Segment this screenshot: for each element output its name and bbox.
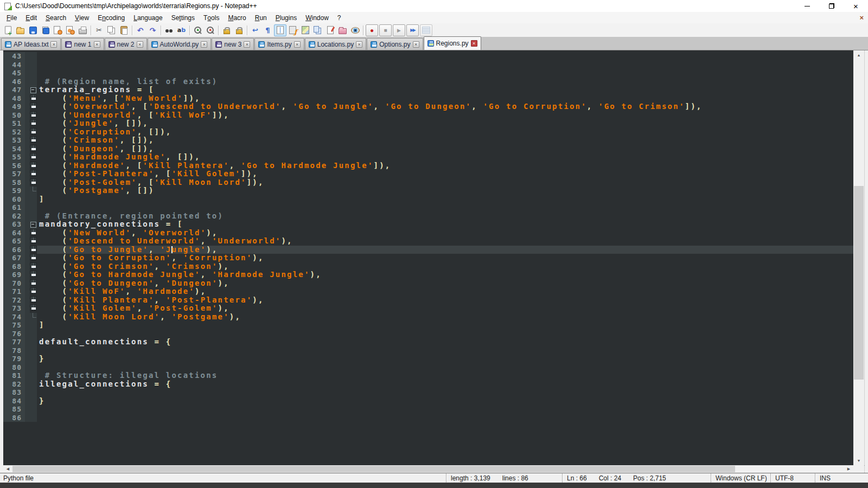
save-all-button[interactable]	[39, 24, 52, 36]
indent-guide-button[interactable]	[274, 24, 286, 36]
code-text[interactable]	[37, 363, 853, 372]
code-text[interactable]: ('Dungeon', []),	[37, 145, 853, 153]
code-text[interactable]	[37, 414, 853, 422]
tab-close-icon[interactable]: ×	[356, 41, 362, 48]
code-text[interactable]	[37, 405, 853, 414]
monitoring-button[interactable]	[349, 24, 361, 36]
close-all-button[interactable]	[64, 24, 76, 36]
fold-collapse-icon[interactable]	[30, 86, 37, 94]
tab-locations-py[interactable]: Locations.py×	[305, 38, 366, 50]
code-text[interactable]	[37, 69, 853, 78]
cut-button[interactable]	[93, 24, 105, 36]
macro-run-multiple-button[interactable]	[406, 24, 419, 36]
menu-language[interactable]: Language	[129, 12, 167, 23]
code-text[interactable]: # Structure: illegal locations	[37, 371, 853, 380]
zoom-out-button[interactable]	[204, 24, 216, 36]
tab-close-icon[interactable]: ×	[244, 41, 250, 48]
restore-button[interactable]	[819, 0, 844, 12]
document-switcher-button[interactable]	[324, 24, 336, 36]
function-list-button[interactable]	[286, 24, 299, 36]
code-text[interactable]: ]	[37, 195, 853, 204]
code-editor[interactable]: 43444546 # (Region name, list of exits)4…	[3, 50, 853, 465]
paste-button[interactable]	[118, 24, 130, 36]
find-button[interactable]	[163, 24, 175, 36]
code-text[interactable]: ('Go to Hardmode Jungle', 'Hardmode Jung…	[37, 271, 853, 279]
code-text[interactable]: ('Go to Jungle', 'Jungle'),	[37, 246, 853, 254]
menu-window[interactable]: Window	[301, 12, 333, 23]
code-text[interactable]	[37, 61, 853, 69]
print-button[interactable]	[76, 24, 89, 36]
code-text[interactable]: ('Kill WoF', 'Hardmode'),	[37, 287, 853, 296]
code-text[interactable]: ('Overworld', ['Descend to Underworld', …	[37, 102, 853, 111]
tab-close-icon[interactable]: ×	[294, 41, 301, 48]
code-text[interactable]: ('Corruption', []),	[37, 128, 853, 137]
redo-button[interactable]	[146, 24, 159, 36]
code-text[interactable]: ('Kill Moon Lord', 'Postgame'),	[37, 313, 853, 322]
code-text[interactable]: ('Go to Dungeon', 'Dungeon'),	[37, 279, 853, 288]
vertical-scrollbar[interactable]: ▲ ▼	[853, 50, 864, 465]
menu-edit[interactable]: Edit	[21, 12, 41, 23]
fold-collapse-icon[interactable]	[30, 220, 37, 229]
scroll-right-icon[interactable]: ▶	[844, 465, 853, 473]
open-button[interactable]	[14, 24, 27, 36]
code-text[interactable]: ('Crimson', []),	[37, 136, 853, 145]
code-text[interactable]	[37, 52, 853, 61]
tab-new-1[interactable]: new 1×	[61, 38, 104, 50]
tab-close-icon[interactable]: ×	[471, 40, 477, 47]
copy-button[interactable]	[105, 24, 118, 36]
code-text[interactable]: default_connections = {	[37, 338, 853, 346]
code-text[interactable]: ('Descend to Underworld', 'Underworld'),	[37, 237, 853, 246]
code-text[interactable]: ('Kill Golem', 'Post-Golem'),	[37, 304, 853, 313]
code-text[interactable]: # (Entrance, region pointed to)	[37, 212, 853, 221]
word-wrap-button[interactable]	[249, 24, 261, 36]
replace-button[interactable]	[175, 24, 188, 36]
code-text[interactable]: ('Go to Corruption', 'Corruption'),	[37, 254, 853, 262]
code-text[interactable]	[37, 388, 853, 397]
code-text[interactable]: ('Post-Golem', ['Kill Moon Lord']),	[37, 178, 853, 187]
code-text[interactable]: ('Go to Crimson', 'Crimson'),	[37, 262, 853, 271]
close-document-icon[interactable]: ×	[859, 14, 864, 21]
macro-stop-button[interactable]	[379, 24, 392, 36]
macro-play-button[interactable]	[393, 24, 405, 36]
macro-save-button[interactable]	[420, 24, 432, 36]
menu-run[interactable]: Run	[251, 12, 271, 23]
minimize-button[interactable]	[795, 0, 819, 12]
tab-close-icon[interactable]: ×	[50, 41, 57, 48]
code-text[interactable]: ('Postgame', [])	[37, 187, 853, 195]
menu-tools[interactable]: Tools	[199, 12, 224, 23]
code-text[interactable]	[37, 330, 853, 338]
tab-new-3[interactable]: new 3×	[212, 38, 254, 50]
tab-regions-py[interactable]: Regions.py×	[424, 36, 481, 50]
menu-view[interactable]: View	[71, 12, 93, 23]
zoom-in-button[interactable]	[192, 24, 204, 36]
tab-options-py[interactable]: Options.py×	[367, 38, 423, 50]
tab-close-icon[interactable]: ×	[137, 41, 143, 48]
code-text[interactable]: ]	[37, 321, 853, 330]
undo-button[interactable]	[134, 24, 146, 36]
code-text[interactable]: ('Jungle', []),	[37, 119, 853, 128]
document-list-button[interactable]	[311, 24, 324, 36]
code-text[interactable]: ('Hardmode Jungle', []),	[37, 153, 853, 162]
code-text[interactable]: }	[37, 397, 853, 406]
code-text[interactable]: # (Region name, list of exits)	[37, 78, 853, 86]
code-text[interactable]: ('Post-Plantera', ['Kill Golem']),	[37, 170, 853, 178]
save-button[interactable]	[27, 24, 39, 36]
close-button[interactable]: ×	[844, 0, 868, 12]
menu-file[interactable]: File	[2, 12, 21, 23]
code-text[interactable]: ('Hardmode', ['Kill Plantera', 'Go to Ha…	[37, 162, 853, 170]
menu-search[interactable]: Search	[41, 12, 71, 23]
code-text[interactable]: ('Kill Plantera', 'Post-Plantera'),	[37, 296, 853, 305]
scroll-up-icon[interactable]: ▲	[853, 50, 864, 60]
code-text[interactable]: ('Menu', ['New World']),	[37, 94, 853, 103]
macro-record-button[interactable]	[366, 24, 378, 36]
scroll-left-icon[interactable]: ◀	[3, 465, 12, 473]
sync-horizontal-button[interactable]	[233, 24, 245, 36]
menu-plugins[interactable]: Plugins	[271, 12, 301, 23]
tab-ap-ideas-txt[interactable]: AP Ideas.txt×	[1, 38, 61, 50]
scroll-down-icon[interactable]: ▼	[853, 456, 864, 465]
tab-close-icon[interactable]: ×	[413, 41, 419, 48]
menu-settings[interactable]: Settings	[167, 12, 199, 23]
code-text[interactable]: mandatory_connections = [	[37, 220, 853, 229]
tab-new-2[interactable]: new 2×	[105, 38, 147, 50]
code-text[interactable]	[37, 346, 853, 355]
